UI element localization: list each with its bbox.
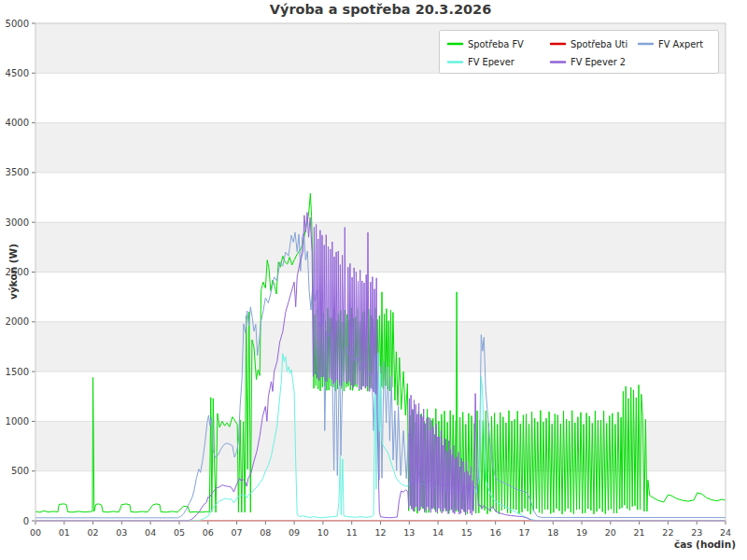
plot-band <box>35 73 726 122</box>
x-tick-label: 18 <box>547 527 558 538</box>
y-tick-label: 500 <box>11 466 29 476</box>
x-tick-label: 14 <box>432 527 444 538</box>
x-axis-label: čas (hodin) <box>674 539 736 550</box>
y-tick-label: 3000 <box>6 217 29 228</box>
x-tick-label: 22 <box>662 527 673 538</box>
legend-label-4: FV Epever <box>468 57 515 67</box>
x-tick-label: 03 <box>116 527 127 538</box>
x-tick-label: 21 <box>634 527 645 538</box>
legend-label-1: Spotřeba FV <box>468 39 524 49</box>
y-tick-label: 1000 <box>6 416 29 427</box>
x-tick-label: 16 <box>490 527 501 538</box>
x-tick-label: 09 <box>289 527 300 538</box>
y-tick-label: 1500 <box>6 367 29 377</box>
x-tick-label: 02 <box>88 527 99 538</box>
legend-label-3: FV Axpert <box>658 39 703 49</box>
x-tick-label: 24 <box>720 527 731 538</box>
y-tick-label: 0 <box>23 516 29 526</box>
x-tick-label: 05 <box>174 527 185 538</box>
x-tick-label: 15 <box>461 527 472 538</box>
plot-band <box>35 222 726 272</box>
x-tick-label: 01 <box>59 527 70 538</box>
chart-figure: Výroba a spotřeba 20.3.2026 výkon (W) 05… <box>0 0 747 560</box>
y-tick-label: 3500 <box>6 167 29 177</box>
legend: Spotřeba FVSpotřeba UtiFV AxpertFV Epeve… <box>440 31 719 74</box>
legend-label-2: Spotřeba Uti <box>571 39 627 49</box>
y-tick-label: 2000 <box>6 316 29 327</box>
chart-canvas: 0500100015002000250030003500400045005000… <box>0 0 747 560</box>
x-tick-label: 12 <box>374 527 386 538</box>
legend-label-5: FV Epever 2 <box>571 57 626 67</box>
x-tick-label: 23 <box>691 527 702 538</box>
x-tick-label: 06 <box>203 527 214 538</box>
x-tick-label: 13 <box>403 527 415 538</box>
x-tick-label: 08 <box>260 527 271 538</box>
y-tick-label: 4500 <box>6 68 29 78</box>
y-tick-label: 5000 <box>6 19 29 29</box>
plot-band <box>35 123 726 173</box>
x-tick-label: 04 <box>145 527 156 538</box>
x-tick-label: 17 <box>518 527 529 538</box>
x-tick-label: 07 <box>231 527 242 538</box>
x-tick-label: 10 <box>317 527 329 538</box>
y-tick-label: 4000 <box>6 118 29 128</box>
plot-band <box>35 273 726 322</box>
plot-band <box>35 173 726 222</box>
x-tick-label: 20 <box>605 527 616 538</box>
y-tick-label: 2500 <box>6 267 29 277</box>
x-tick-label: 11 <box>346 527 358 538</box>
x-tick-label: 00 <box>30 527 41 538</box>
x-tick-label: 19 <box>576 527 587 538</box>
